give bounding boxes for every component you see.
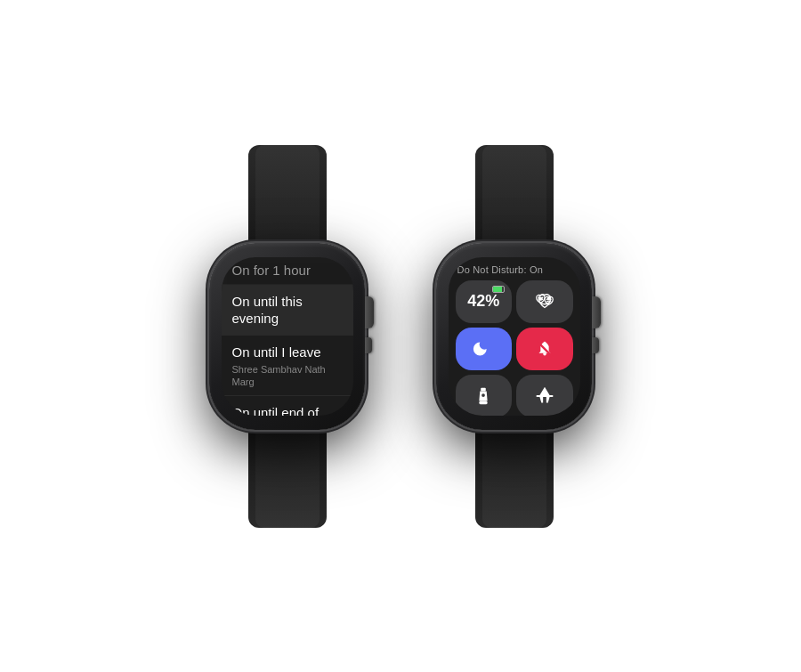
flashlight-icon bbox=[472, 385, 495, 408]
band-top-2 bbox=[475, 145, 554, 243]
watch-crown-2 bbox=[592, 296, 601, 328]
dnd-menu-item-title-2: On until I leave bbox=[232, 344, 343, 361]
cc-moon-button[interactable] bbox=[456, 328, 513, 370]
theater-icon bbox=[533, 290, 556, 313]
airplane-icon bbox=[533, 385, 556, 408]
svg-rect-8 bbox=[480, 401, 488, 404]
cc-theater-button[interactable] bbox=[516, 280, 573, 323]
cc-flashlight-button[interactable] bbox=[456, 375, 513, 416]
dnd-menu-item-title-0: On for 1 hour bbox=[232, 263, 343, 279]
cc-silent-button[interactable] bbox=[516, 328, 573, 370]
watch-2: Do Not Disturb: On 42% bbox=[436, 145, 592, 528]
svg-rect-7 bbox=[481, 387, 486, 391]
dnd-menu-screen: On for 1 hour On until this evening On u… bbox=[222, 257, 353, 416]
watch-screen-1: On for 1 hour On until this evening On u… bbox=[222, 257, 353, 416]
dnd-menu-item-3[interactable]: On until end of event 5:00 - 6:00 PM Tes… bbox=[222, 396, 353, 415]
dnd-menu-item-2[interactable]: On until I leave Shree Sambhav Nath Marg bbox=[222, 336, 353, 396]
watch-1: On for 1 hour On until this evening On u… bbox=[209, 145, 365, 528]
watch-crown-1 bbox=[365, 296, 374, 328]
band-bottom-2 bbox=[475, 430, 554, 528]
silent-icon bbox=[533, 337, 556, 360]
cc-battery-button[interactable]: 42% bbox=[456, 280, 513, 323]
dnd-menu-item-0[interactable]: On for 1 hour bbox=[222, 257, 353, 286]
dnd-menu-item-subtitle-2: Shree Sambhav Nath Marg bbox=[232, 363, 343, 389]
dnd-menu-item-1[interactable]: On until this evening bbox=[222, 285, 353, 336]
watch-body-1: On for 1 hour On until this evening On u… bbox=[209, 243, 365, 430]
svg-point-4 bbox=[546, 298, 547, 300]
svg-point-2 bbox=[538, 296, 539, 298]
watch-body-2: Do Not Disturb: On 42% bbox=[436, 243, 592, 430]
svg-point-5 bbox=[550, 298, 552, 300]
watch-crown-bottom-1 bbox=[365, 337, 372, 353]
control-center-screen: Do Not Disturb: On 42% bbox=[449, 257, 580, 416]
cc-grid: 42% bbox=[449, 280, 580, 416]
svg-point-9 bbox=[481, 393, 485, 397]
watch-crown-bottom-2 bbox=[592, 337, 599, 353]
battery-fill bbox=[493, 287, 502, 292]
watch-screen-2: Do Not Disturb: On 42% bbox=[449, 257, 580, 416]
band-top-1 bbox=[248, 145, 327, 243]
dnd-menu-item-title-3: On until end of event bbox=[232, 405, 343, 415]
battery-indicator bbox=[492, 286, 505, 293]
svg-point-3 bbox=[541, 296, 543, 298]
dnd-menu-item-title-1: On until this evening bbox=[232, 294, 343, 328]
band-bottom-1 bbox=[248, 430, 327, 528]
cc-header: Do Not Disturb: On bbox=[449, 257, 580, 280]
moon-icon bbox=[472, 337, 495, 360]
cc-airplane-button[interactable] bbox=[516, 375, 573, 416]
battery-percentage: 42% bbox=[467, 292, 499, 311]
battery-bar bbox=[492, 286, 505, 293]
